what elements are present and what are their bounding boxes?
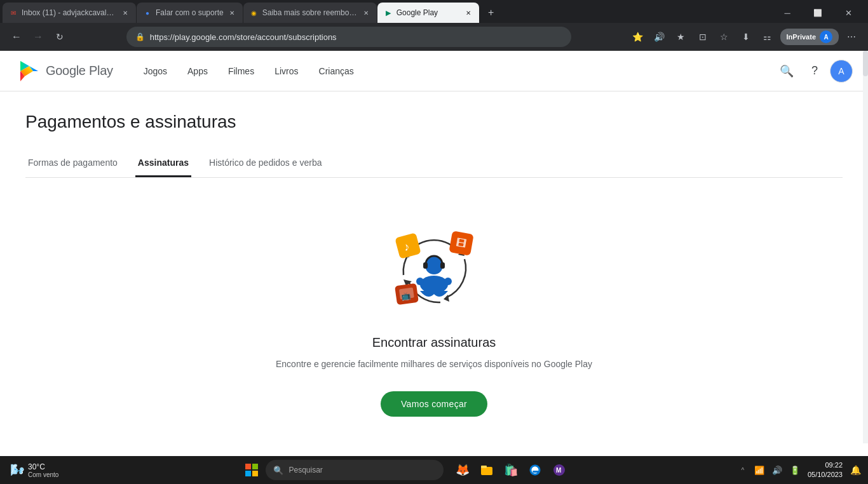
weather-desc: Com vento [28, 471, 58, 478]
browser-apps-icon[interactable]: ⚏ [759, 28, 776, 46]
help-button[interactable]: ? [802, 58, 827, 84]
header-right: 🔍 ? A [774, 58, 853, 84]
favorites-icon[interactable]: ★ [672, 28, 690, 46]
taskbar-clock[interactable]: 09:22 05/10/2023 [805, 460, 845, 480]
address-field[interactable]: 🔒 https://play.google.com/store/account/… [126, 27, 571, 47]
taskbar-app-edge[interactable] [524, 459, 546, 481]
tab-subscriptions[interactable]: Assinaturas [135, 150, 191, 177]
svg-rect-21 [245, 464, 251, 469]
user-avatar[interactable]: A [830, 60, 853, 83]
taskbar-app-extra[interactable]: M [548, 459, 571, 481]
clock-time: 09:22 [808, 460, 843, 470]
tab-gplay-title: Google Play [397, 8, 460, 17]
profile-avatar-small: A [820, 30, 832, 43]
tab-order-history[interactable]: Histórico de pedidos e verba [207, 150, 324, 177]
search-placeholder: Pesquisar [288, 466, 322, 474]
browser-window: ✉ Inbox (11) - advjackcavalcante@... ✕ ●… [0, 0, 868, 484]
gplay-logo-icon [15, 58, 41, 84]
tab-refunds-title: Saiba mais sobre reembolsos no... [262, 8, 358, 17]
search-button[interactable]: 🔍 [774, 58, 799, 84]
weather-info: 30°C Com vento [28, 462, 58, 478]
taskbar-apps: 🦊 🛍️ M [451, 459, 571, 481]
browser-scrollbar[interactable] [863, 51, 868, 443]
browser-menu-button[interactable]: ⋯ [843, 28, 860, 46]
taskbar-app-browser[interactable]: 🦊 [451, 459, 474, 481]
page-title: Pagamentos e assinaturas [25, 112, 843, 132]
sound-icon[interactable]: 🔊 [770, 462, 785, 478]
network-icon[interactable]: 📶 [752, 462, 767, 478]
tab-support-close[interactable]: ✕ [227, 8, 236, 17]
tab-gmail-close[interactable]: ✕ [121, 8, 130, 17]
cta-button[interactable]: Vamos começar [381, 391, 487, 417]
svg-point-20 [444, 278, 452, 285]
main-content: Pagamentos e assinaturas Formas de pagam… [0, 91, 868, 462]
window-controls: ─ ⬜ ✕ [773, 3, 865, 23]
search-icon: 🔍 [273, 466, 283, 475]
illustration-svg: ♪ 🎞 📺 [370, 208, 498, 323]
svg-point-19 [416, 278, 424, 285]
split-view-icon[interactable]: ⊡ [694, 28, 712, 46]
tab-payment-methods[interactable]: Formas de pagamento [25, 150, 120, 177]
taskbar: 🌬️ 30°C Com vento 🔍 Pesquisar 🦊 [0, 456, 868, 484]
nav-item-filmes[interactable]: Filmes [218, 61, 264, 81]
clock-date: 05/10/2023 [808, 470, 843, 480]
page-content: Google Play Jogos Apps Filmes Livros Cri… [0, 51, 868, 462]
downloads-icon[interactable]: ⬇ [737, 28, 755, 46]
close-button[interactable]: ✕ [834, 3, 863, 23]
tab-gplay[interactable]: ▶ Google Play ✕ [377, 3, 479, 23]
tab-support[interactable]: ● Falar com o suporte ✕ [137, 3, 243, 23]
tab-support-favicon: ● [143, 8, 152, 17]
gplay-header: Google Play Jogos Apps Filmes Livros Cri… [0, 51, 868, 91]
tab-gmail[interactable]: ✉ Inbox (11) - advjackcavalcante@... ✕ [3, 3, 136, 23]
weather-icon: 🌬️ [10, 463, 24, 477]
taskbar-center: 🔍 Pesquisar 🦊 🛍️ M [75, 459, 736, 481]
gplay-logo[interactable]: Google Play [15, 58, 113, 84]
taskbar-weather[interactable]: 🌬️ 30°C Com vento [5, 460, 75, 481]
tab-gplay-close[interactable]: ✕ [464, 8, 473, 17]
notification-bell[interactable]: 🔔 [848, 462, 863, 478]
tray-expand[interactable]: ^ [736, 464, 749, 476]
url-text: https://play.google.com/store/account/su… [150, 32, 562, 42]
svg-text:M: M [556, 467, 561, 474]
svg-point-15 [420, 276, 448, 293]
nav-item-jogos[interactable]: Jogos [133, 61, 177, 81]
content-tabs: Formas de pagamento Assinaturas Históric… [25, 150, 843, 178]
read-aloud-icon[interactable]: 🔊 [651, 28, 668, 46]
tab-refunds[interactable]: ◉ Saiba mais sobre reembolsos no... ✕ [243, 3, 377, 23]
nav-item-apps[interactable]: Apps [177, 61, 218, 81]
taskbar-search[interactable]: 🔍 Pesquisar [266, 460, 444, 480]
inprivate-badge[interactable]: InPrivate A [780, 29, 839, 45]
system-tray: ^ 📶 🔊 🔋 09:22 05/10/2023 🔔 [736, 460, 863, 480]
taskbar-app-store[interactable]: 🛍️ [499, 459, 522, 481]
subscription-illustration: ♪ 🎞 📺 [370, 208, 498, 323]
collections-icon[interactable]: ⭐ [629, 28, 647, 46]
tab-refunds-close[interactable]: ✕ [362, 8, 370, 17]
maximize-button[interactable]: ⬜ [803, 3, 832, 23]
tab-refunds-favicon: ◉ [250, 8, 259, 17]
taskbar-app-files[interactable] [475, 459, 498, 481]
inprivate-label: InPrivate [787, 33, 816, 41]
forward-button[interactable]: → [29, 28, 47, 46]
nav-item-criancas[interactable]: Crianças [309, 61, 364, 81]
nav-item-livros[interactable]: Livros [264, 61, 308, 81]
tab-gplay-favicon: ▶ [384, 8, 393, 17]
svg-rect-23 [245, 471, 251, 476]
scrollbar-thumb [863, 51, 868, 76]
tab-bar: ✉ Inbox (11) - advjackcavalcante@... ✕ ●… [0, 0, 868, 23]
back-button[interactable]: ← [8, 28, 25, 46]
svg-rect-26 [481, 466, 487, 468]
minimize-button[interactable]: ─ [773, 3, 802, 23]
browser-favorites-icon[interactable]: ☆ [715, 28, 733, 46]
svg-rect-18 [440, 262, 445, 269]
start-button[interactable] [240, 459, 263, 481]
reload-button[interactable]: ↻ [51, 28, 69, 46]
gplay-logo-text: Google Play [46, 64, 113, 78]
svg-text:📺: 📺 [400, 290, 411, 301]
svg-rect-22 [252, 464, 258, 469]
tab-support-title: Falar com o suporte [156, 8, 224, 17]
empty-state: ♪ 🎞 📺 [25, 178, 843, 442]
gplay-nav: Jogos Apps Filmes Livros Crianças [133, 61, 774, 81]
new-tab-button[interactable]: + [482, 4, 500, 22]
battery-icon[interactable]: 🔋 [787, 462, 803, 478]
lock-icon: 🔒 [135, 32, 145, 41]
